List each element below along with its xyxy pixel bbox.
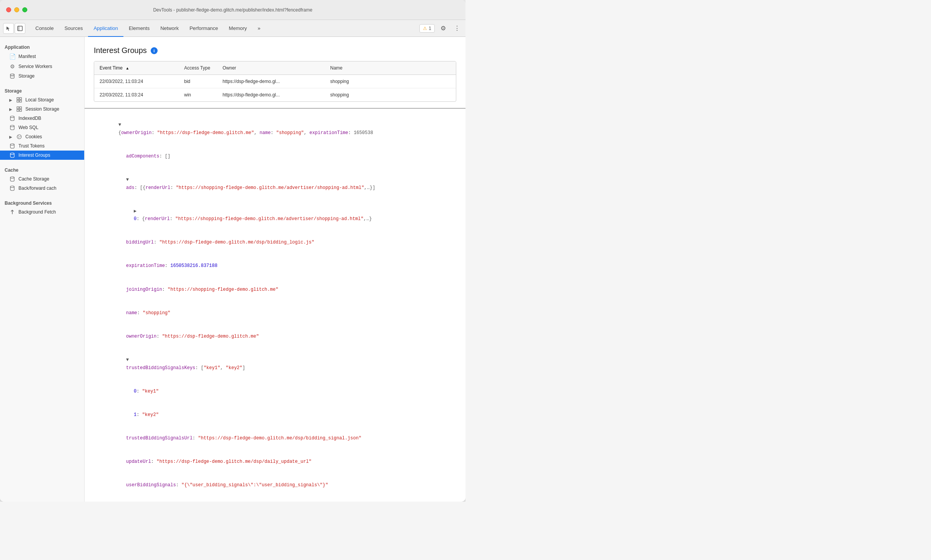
sidebar-section-application: Application: [0, 40, 84, 51]
db-icon-3: [9, 125, 15, 130]
col-header-access-type[interactable]: Access Type: [179, 61, 217, 75]
sidebar-item-storage-app[interactable]: Storage: [0, 71, 84, 81]
detail-line-9: trustedBiddingSignalsKeys: ["key1", "key…: [91, 348, 459, 380]
tab-network[interactable]: Network: [155, 20, 184, 37]
svg-point-16: [20, 136, 20, 137]
sidebar-section-cache: Cache: [0, 163, 84, 174]
svg-point-19: [10, 153, 14, 154]
tab-console[interactable]: Console: [30, 20, 59, 37]
sidebar-item-service-workers[interactable]: ⚙ Service Workers: [0, 61, 84, 71]
col-header-owner[interactable]: Owner: [217, 61, 325, 75]
sidebar-section-bg-services: Background Services: [0, 196, 84, 207]
toolbar-tabs: Console Sources Application Elements Net…: [30, 20, 266, 36]
warning-badge[interactable]: ⚠ 1: [419, 24, 435, 33]
more-button[interactable]: ⋮: [452, 23, 462, 34]
detail-line-11: 1: "key2": [91, 403, 459, 426]
svg-point-2: [10, 74, 14, 75]
svg-rect-9: [20, 107, 22, 109]
minimize-button[interactable]: [14, 7, 19, 12]
tab-more[interactable]: »: [252, 20, 266, 37]
svg-point-13: [10, 125, 14, 127]
expand-icon[interactable]: [118, 122, 121, 128]
window-title: DevTools - publisher-fledge-demo.glitch.…: [153, 7, 312, 13]
cell-event-time: 22/03/2022, 11:03:24: [94, 88, 179, 102]
svg-rect-6: [17, 100, 19, 102]
close-button[interactable]: [6, 7, 11, 12]
svg-point-3: [10, 76, 14, 77]
dock-icon-btn[interactable]: [15, 23, 25, 34]
svg-point-18: [10, 144, 14, 145]
interest-groups-table: Event Time ▲ Access Type Owner Name: [94, 61, 456, 102]
expand-icon-3[interactable]: [134, 209, 136, 214]
tab-elements[interactable]: Elements: [123, 20, 155, 37]
cell-access-type: bid: [179, 75, 217, 88]
sidebar-item-cache-storage[interactable]: Cache Storage: [0, 174, 84, 184]
sidebar-item-cookies[interactable]: ▶ Cookies: [0, 132, 84, 141]
arrow-up-icon: [9, 209, 15, 215]
sort-arrow-icon: ▲: [125, 66, 129, 70]
svg-rect-7: [20, 100, 22, 102]
detail-line-6: joiningOrigin: "https://shopping-fledge-…: [91, 278, 459, 301]
table-row[interactable]: 22/03/2022, 11:03:24 win https://dsp-fle…: [94, 88, 456, 102]
svg-rect-11: [20, 109, 22, 111]
sidebar-item-local-storage[interactable]: ▶ Local Storage: [0, 95, 84, 104]
toolbar: Console Sources Application Elements Net…: [0, 20, 466, 37]
col-header-name[interactable]: Name: [325, 61, 456, 75]
toolbar-right: ⚠ 1 ⚙ ⋮: [419, 23, 462, 34]
info-icon[interactable]: i: [151, 47, 158, 54]
sidebar-item-background-fetch[interactable]: Background Fetch: [0, 207, 84, 217]
col-header-event-time[interactable]: Event Time ▲: [94, 61, 179, 75]
tab-performance[interactable]: Performance: [184, 20, 223, 37]
db-icon-6: [9, 186, 15, 191]
detail-line-2: ads: [{renderUrl: "https://shopping-fled…: [91, 168, 459, 200]
tab-memory[interactable]: Memory: [223, 20, 252, 37]
sidebar-item-trust-tokens[interactable]: Trust Tokens: [0, 141, 84, 151]
table-row[interactable]: 22/03/2022, 11:03:24 bid https://dsp-fle…: [94, 75, 456, 88]
tab-application[interactable]: Application: [88, 20, 123, 37]
cell-access-type: win: [179, 88, 217, 102]
db-icon-5: [9, 176, 15, 182]
detail-line-5: expirationTime: 1650538216.837188: [91, 254, 459, 278]
traffic-lights: [6, 7, 27, 12]
svg-point-12: [10, 116, 14, 118]
toolbar-icons: [3, 23, 25, 34]
content-area: Interest Groups i Event Time ▲ Access Ty…: [85, 37, 466, 502]
detail-line-10: 0: "key1": [91, 379, 459, 403]
detail-line-12: trustedBiddingSignalsUrl: "https://dsp-f…: [91, 427, 459, 450]
page-title: Interest Groups: [94, 46, 147, 55]
sidebar-item-interest-groups[interactable]: Interest Groups: [0, 151, 84, 160]
tab-sources[interactable]: Sources: [59, 20, 88, 37]
expand-icon-4[interactable]: [126, 357, 129, 363]
cookie-icon: [16, 134, 22, 139]
more-icon: ⋮: [454, 25, 460, 32]
cursor-icon-btn[interactable]: [3, 23, 14, 34]
sidebar-section-storage: Storage: [0, 84, 84, 95]
svg-point-21: [10, 186, 14, 187]
db-icon-4: [9, 143, 15, 149]
sidebar: Application 📄 Manifest ⚙ Service Workers…: [0, 37, 85, 502]
svg-point-20: [10, 177, 14, 178]
detail-line-13: updateUrl: "https://dsp-fledge-demo.glit…: [91, 450, 459, 474]
svg-rect-10: [17, 109, 19, 111]
sidebar-item-back-forward-cache[interactable]: Back/forward cach: [0, 184, 84, 193]
detail-pane: {ownerOrigin: "https://dsp-fledge-demo.g…: [85, 108, 466, 502]
svg-point-17: [18, 137, 19, 138]
svg-point-15: [18, 136, 19, 136]
settings-button[interactable]: ⚙: [438, 23, 449, 34]
detail-line-0: {ownerOrigin: "https://dsp-fledge-demo.g…: [91, 113, 459, 145]
sidebar-item-indexeddb[interactable]: IndexedDB: [0, 114, 84, 123]
doc-icon: 📄: [9, 53, 15, 60]
detail-line-3: 0: {renderUrl: "https://shopping-fledge-…: [91, 199, 459, 231]
expand-icon-2[interactable]: [126, 177, 129, 182]
grid-icon: [16, 97, 22, 103]
main-layout: Application 📄 Manifest ⚙ Service Workers…: [0, 37, 466, 502]
sidebar-item-web-sql[interactable]: Web SQL: [0, 123, 84, 132]
maximize-button[interactable]: [22, 7, 27, 12]
svg-point-14: [17, 135, 22, 139]
cell-event-time: 22/03/2022, 11:03:24: [94, 75, 179, 88]
expand-arrow-icon: ▶: [9, 107, 12, 111]
grid-icon-2: [16, 106, 22, 112]
sidebar-item-manifest[interactable]: 📄 Manifest: [0, 51, 84, 61]
sidebar-item-session-storage[interactable]: ▶ Session Storage: [0, 104, 84, 114]
db-icon: [9, 73, 15, 79]
